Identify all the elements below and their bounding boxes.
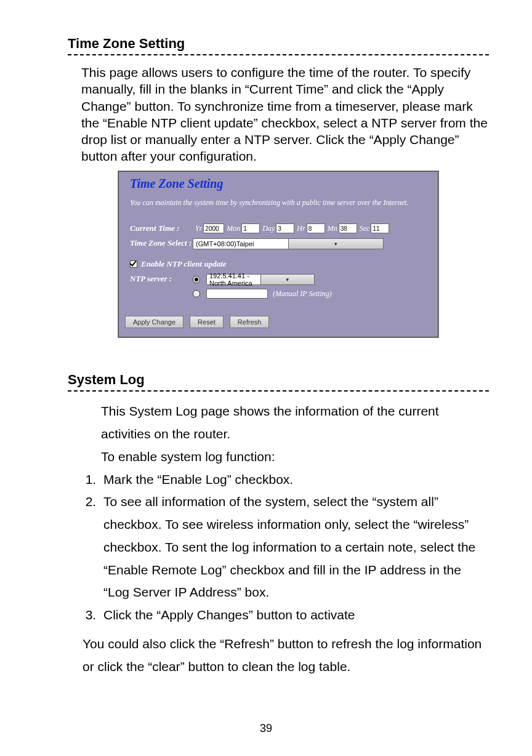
ntp-server-select[interactable]: 192.5.41.41 - North America ▼	[206, 274, 315, 285]
ntp-selected-value: 192.5.41.41 - North America	[207, 272, 260, 287]
ntp-manual-input[interactable]	[206, 289, 268, 299]
input-year[interactable]	[203, 223, 224, 233]
input-hour[interactable]	[307, 223, 325, 233]
panel-header: Time Zone Setting You can maintain the s…	[119, 172, 438, 215]
label-mon: Mon	[227, 224, 240, 233]
input-minute[interactable]	[339, 223, 357, 233]
panel-title: Time Zone Setting	[130, 177, 427, 191]
label-yr: Yr	[195, 224, 202, 233]
enable-ntp-row: Enable NTP client update	[130, 259, 427, 269]
timezone-label: Time Zone Select :	[130, 238, 193, 248]
syslog-paragraph-1: This System Log page shows the informati…	[101, 400, 489, 446]
section-timezone-paragraph: This page allows users to configure the …	[81, 64, 489, 165]
input-month[interactable]	[241, 223, 260, 233]
chevron-down-icon: ▼	[260, 275, 315, 284]
syslog-tail-paragraph: You could also click the “Refresh” butto…	[83, 633, 489, 678]
enable-ntp-checkbox[interactable]	[130, 260, 137, 268]
apply-change-button[interactable]: Apply Change	[125, 316, 183, 328]
ntp-radio-listed[interactable]	[193, 276, 200, 283]
panel-form: Current Time : Yr Mon Day Hr Mn Sec	[119, 215, 438, 312]
syslog-step: Click the “Apply Changes” button to acti…	[100, 604, 489, 627]
refresh-button[interactable]: Refresh	[230, 316, 270, 328]
input-second[interactable]	[371, 223, 389, 233]
panel-subtitle: You can maintain the system time by sync…	[130, 198, 427, 208]
timezone-selected-value: (GMT+08:00)Taipei	[193, 240, 288, 247]
button-row: Apply Change Reset Refresh	[119, 312, 438, 337]
time-input-group: Yr Mon Day Hr Mn Sec	[193, 223, 389, 233]
syslog-paragraph-2: To enable system log function:	[101, 446, 489, 468]
ntp-option-manual: (Manual IP Setting)	[193, 289, 332, 299]
ntp-server-label: NTP server :	[130, 274, 193, 284]
reset-button[interactable]: Reset	[190, 316, 224, 328]
label-sec: Sec	[360, 224, 370, 233]
ntp-server-row: NTP server : 192.5.41.41 - North America…	[130, 274, 427, 299]
syslog-step: Mark the “Enable Log” checkbox.	[100, 468, 489, 491]
section-heading-timezone: Time Zone Setting	[68, 36, 489, 55]
enable-ntp-label: Enable NTP client update	[141, 259, 227, 269]
input-day[interactable]	[276, 223, 294, 233]
ntp-options: 192.5.41.41 - North America ▼ (Manual IP…	[193, 274, 332, 299]
timezone-select[interactable]: (GMT+08:00)Taipei ▼	[193, 238, 384, 249]
page-number: 39	[0, 722, 532, 735]
label-mn: Mn	[328, 224, 337, 233]
ntp-option-list: 192.5.41.41 - North America ▼	[193, 274, 332, 285]
current-time-label: Current Time :	[130, 223, 193, 233]
label-hr: Hr	[297, 224, 305, 233]
section-heading-syslog: System Log	[68, 372, 489, 392]
current-time-row: Current Time : Yr Mon Day Hr Mn Sec	[130, 223, 427, 233]
label-day: Day	[262, 224, 275, 233]
section-system-log: System Log This System Log page shows th…	[68, 372, 489, 678]
document-page: Time Zone Setting This page allows users…	[0, 0, 532, 678]
chevron-down-icon: ▼	[288, 239, 384, 249]
ntp-manual-label: (Manual IP Setting)	[273, 289, 332, 299]
syslog-step: To see all information of the system, se…	[100, 491, 489, 604]
ntp-radio-manual[interactable]	[193, 290, 200, 297]
syslog-steps-list: Mark the “Enable Log” checkbox. To see a…	[83, 468, 489, 627]
timezone-row: Time Zone Select : (GMT+08:00)Taipei ▼	[130, 238, 427, 249]
router-ui-panel: Time Zone Setting You can maintain the s…	[118, 171, 438, 338]
